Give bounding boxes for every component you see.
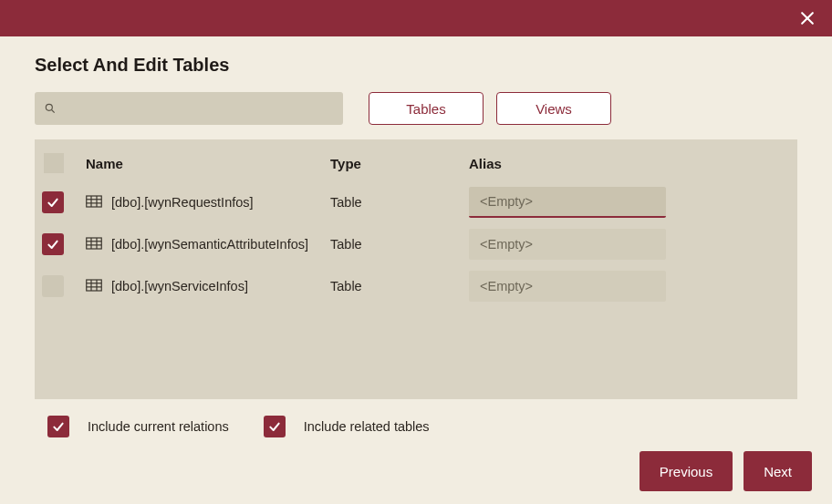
column-header-name: Name <box>86 156 330 171</box>
search-icon <box>44 102 57 115</box>
alias-input[interactable] <box>469 187 666 218</box>
svg-line-3 <box>52 110 55 113</box>
include-relations-label: Include current relations <box>88 419 229 434</box>
column-header-alias: Alias <box>469 156 790 171</box>
table-icon <box>86 195 102 211</box>
tables-button[interactable]: Tables <box>369 92 484 125</box>
select-all-checkbox[interactable] <box>44 153 64 173</box>
views-button[interactable]: Views <box>496 92 611 125</box>
row-type: Table <box>330 195 469 210</box>
footer: Previous Next <box>640 451 812 491</box>
row-name: [dbo].[wynRequestInfos] <box>111 195 254 210</box>
table-row: [dbo].[wynRequestInfos]Table <box>42 181 790 223</box>
svg-rect-9 <box>87 238 102 249</box>
alias-input[interactable] <box>469 229 666 260</box>
search-input[interactable] <box>64 101 334 116</box>
include-relations-checkbox[interactable] <box>47 416 69 437</box>
tables-grid: Name Type Alias [dbo].[wynRequestInfos]T… <box>35 139 797 399</box>
row-name: [dbo].[wynServiceInfos] <box>111 279 248 293</box>
svg-point-2 <box>46 104 52 110</box>
options-row: Include current relations Include relate… <box>35 399 797 437</box>
row-checkbox[interactable] <box>42 191 64 213</box>
table-icon <box>86 237 102 252</box>
alias-input[interactable] <box>469 271 666 302</box>
svg-rect-4 <box>87 196 102 207</box>
search-field[interactable] <box>35 92 343 125</box>
check-icon <box>46 195 60 210</box>
row-type: Table <box>330 237 469 252</box>
include-related-label: Include related tables <box>304 419 430 434</box>
row-checkbox[interactable] <box>42 233 64 255</box>
check-icon <box>267 419 282 434</box>
grid-header: Name Type Alias <box>42 145 790 181</box>
title-bar <box>0 0 832 36</box>
check-icon <box>46 237 60 252</box>
row-name: [dbo].[wynSemanticAttributeInfos] <box>111 237 308 252</box>
close-icon <box>798 9 816 27</box>
row-checkbox[interactable] <box>42 275 64 297</box>
table-row: [dbo].[wynServiceInfos]Table <box>42 265 790 307</box>
svg-rect-14 <box>87 280 102 291</box>
next-button[interactable]: Next <box>744 451 812 491</box>
close-button[interactable] <box>794 5 821 32</box>
table-row: [dbo].[wynSemanticAttributeInfos]Table <box>42 223 790 265</box>
check-icon <box>51 419 66 434</box>
page-title: Select And Edit Tables <box>35 55 797 76</box>
toolbar: Tables Views <box>35 92 797 125</box>
previous-button[interactable]: Previous <box>640 451 733 491</box>
column-header-type: Type <box>330 156 469 171</box>
table-icon <box>86 279 102 294</box>
row-type: Table <box>330 279 469 293</box>
include-related-checkbox[interactable] <box>264 416 286 437</box>
